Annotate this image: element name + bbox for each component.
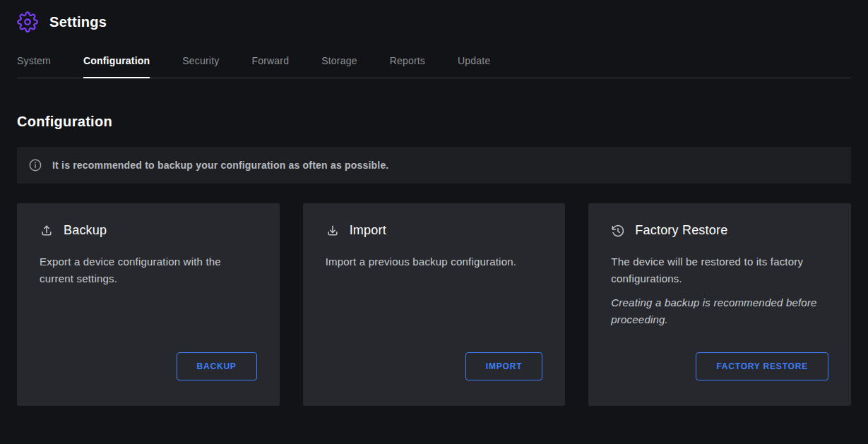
configuration-cards: Backup Export a device configuration wit… — [17, 203, 851, 406]
page-header: Settings — [17, 0, 851, 47]
import-card-title: Import — [350, 223, 386, 238]
factory-restore-card: Factory Restore The device will be resto… — [588, 203, 851, 406]
page-title: Configuration — [17, 114, 851, 130]
backup-card: Backup Export a device configuration wit… — [17, 203, 280, 406]
info-icon — [28, 158, 42, 172]
factory-restore-icon — [611, 224, 625, 238]
import-icon — [326, 224, 340, 238]
tab-security[interactable]: Security — [182, 49, 219, 78]
settings-tab-bar: System Configuration Security Forward St… — [17, 49, 851, 78]
import-card: Import Import a previous backup configur… — [303, 203, 566, 406]
tab-reports[interactable]: Reports — [390, 49, 425, 78]
factory-restore-button[interactable]: FACTORY RESTORE — [696, 352, 828, 380]
tab-forward[interactable]: Forward — [251, 49, 289, 78]
factory-restore-card-note: Creating a backup is recommended before … — [611, 294, 828, 328]
factory-restore-card-title: Factory Restore — [635, 223, 727, 238]
backup-icon — [40, 224, 54, 238]
factory-restore-card-header: Factory Restore — [611, 223, 828, 238]
tab-update[interactable]: Update — [458, 49, 490, 78]
backup-card-header: Backup — [40, 223, 257, 238]
backup-card-title: Backup — [64, 223, 107, 238]
settings-gear-icon — [17, 11, 38, 32]
info-banner: It is recommended to backup your configu… — [17, 147, 851, 184]
import-card-header: Import — [326, 223, 543, 238]
backup-button[interactable]: BACKUP — [177, 352, 257, 380]
app-title: Settings — [49, 14, 107, 30]
settings-page: Settings System Configuration Security F… — [0, 0, 868, 444]
tab-system[interactable]: System — [17, 49, 51, 78]
tab-configuration[interactable]: Configuration — [83, 49, 150, 78]
import-card-description: Import a previous backup configuration. — [326, 253, 543, 270]
banner-text: It is recommended to backup your configu… — [52, 160, 388, 171]
import-button[interactable]: IMPORT — [465, 352, 542, 380]
factory-restore-card-description: The device will be restored to its facto… — [611, 253, 828, 287]
backup-card-description: Export a device configuration with the c… — [40, 253, 257, 287]
tab-storage[interactable]: Storage — [321, 49, 357, 78]
